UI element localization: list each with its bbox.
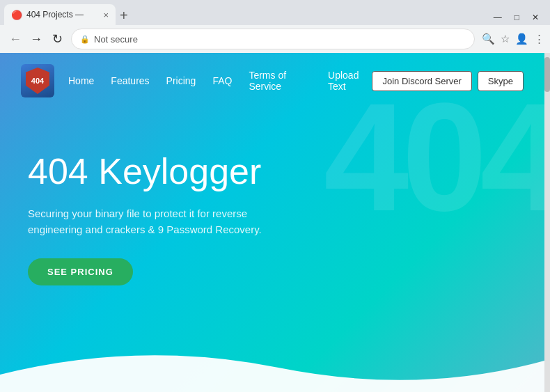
logo-shield: 404 — [26, 68, 49, 94]
hero-section: 404 Keylogger Securing your binary file … — [0, 109, 544, 313]
logo[interactable]: 404 — [21, 64, 54, 97]
browser-tab[interactable]: 🔴 404 Projects — × — [4, 4, 116, 25]
nav-terms[interactable]: Terms of Service — [249, 70, 311, 92]
browser-chrome-top: 🔴 404 Projects — × + — □ ✕ ← → ↻ 🔒 Not s… — [0, 0, 550, 53]
tab-title: 404 Projects — — [26, 10, 97, 19]
close-window-button[interactable]: ✕ — [531, 11, 540, 24]
nav-buttons: Join Discord Server Skype — [372, 71, 524, 91]
join-discord-button[interactable]: Join Discord Server — [372, 71, 471, 91]
url-bar[interactable]: 🔒 Not secure — [71, 29, 475, 49]
nav-faq[interactable]: FAQ — [212, 75, 232, 86]
nav-home[interactable]: Home — [68, 75, 94, 86]
vertical-scrollbar[interactable] — [544, 53, 550, 392]
address-bar: ← → ↻ 🔒 Not secure 🔍 ☆ 👤 ⋮ — [0, 25, 550, 53]
lock-icon: 🔒 — [80, 35, 90, 44]
page-content: 404 404 Home Features Pricing FAQ — [0, 53, 544, 392]
back-button[interactable]: ← — [6, 32, 25, 47]
menu-icon[interactable]: ⋮ — [534, 33, 544, 45]
toolbar-icons: 🔍 ☆ 👤 ⋮ — [482, 33, 544, 45]
nav-links: Home Features Pricing FAQ Terms of Servi… — [68, 70, 372, 92]
hero-subtitle: Securing your binary file to protect it … — [28, 206, 265, 237]
see-pricing-button[interactable]: SEE PRICING — [28, 258, 133, 285]
window-controls: — □ ✕ — [492, 11, 546, 25]
skype-button[interactable]: Skype — [478, 71, 524, 91]
maximize-button[interactable]: □ — [513, 11, 521, 24]
content-area: 404 404 Home Features Pricing FAQ — [0, 53, 550, 392]
tab-favicon: 🔴 — [11, 10, 22, 20]
navbar: 404 Home Features Pricing FAQ Terms of S… — [0, 53, 544, 109]
browser-frame: 🔴 404 Projects — × + — □ ✕ ← → ↻ 🔒 Not s… — [0, 0, 550, 392]
search-icon[interactable]: 🔍 — [482, 33, 495, 45]
wave-decoration — [0, 340, 544, 392]
scrollbar-thumb[interactable] — [544, 57, 550, 92]
bookmark-icon[interactable]: ☆ — [501, 33, 510, 45]
account-icon[interactable]: 👤 — [515, 33, 528, 45]
hero-title: 404 Keylogger — [28, 150, 517, 192]
url-text: Not secure — [94, 34, 138, 45]
logo-text: 404 — [31, 77, 44, 85]
forward-button[interactable]: → — [26, 32, 46, 47]
refresh-button[interactable]: ↻ — [47, 31, 67, 47]
nav-features[interactable]: Features — [111, 75, 149, 86]
minimize-button[interactable]: — — [492, 11, 503, 24]
nav-pricing[interactable]: Pricing — [166, 75, 196, 86]
nav-upload[interactable]: Upload Text — [328, 70, 372, 92]
website: 404 404 Home Features Pricing FAQ — [0, 53, 544, 392]
tab-close-button[interactable]: × — [103, 10, 109, 20]
new-tab-button[interactable]: + — [120, 8, 128, 25]
